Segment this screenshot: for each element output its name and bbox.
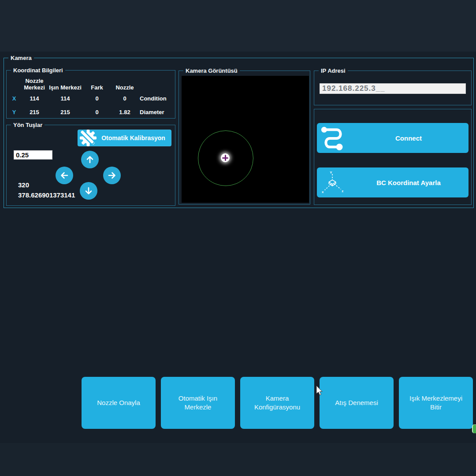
- otomatik-isin-merkezle-button[interactable]: Otomatik Işın Merkezle: [161, 377, 235, 429]
- isik-merkezlemeyi-bitir-label: Işık Merkezlemeyi Bitir: [406, 394, 466, 412]
- bc-koordinat-ayarla-button[interactable]: Y x z BC Koordinat Ayarla: [317, 167, 469, 197]
- coordinate-axes-icon: Y x z: [320, 170, 347, 195]
- row-x-nozzle-merkezi: 114: [20, 92, 49, 105]
- jog-down-button[interactable]: [80, 182, 97, 200]
- green-accent-fragment: [472, 424, 476, 433]
- header-spacer: [137, 73, 173, 92]
- ip-adresi-group: IP Adresi: [314, 71, 472, 105]
- kamera-konfigurasyonu-button[interactable]: Kamera Konfigürasyonu: [240, 377, 314, 429]
- connect-button[interactable]: Connect: [317, 123, 469, 153]
- kamera-goruntusu-group: Kamera Görüntüsü: [178, 71, 310, 205]
- nozzle-onayla-button[interactable]: Nozzle Onayla: [82, 377, 156, 429]
- coordinate-value-2: 378.626901373141: [18, 191, 75, 199]
- row-x-nozzle: 0: [112, 92, 137, 105]
- bottom-band: [0, 443, 476, 476]
- kamera-goruntusu-label: Kamera Görüntüsü: [183, 67, 240, 74]
- route-path-icon: [320, 125, 347, 151]
- header-nozzle: Nozzle: [112, 73, 137, 92]
- otomatik-isin-merkezle-label: Otomatik Işın Merkezle: [168, 394, 228, 412]
- top-band: [0, 0, 476, 52]
- header-spacer: [8, 73, 20, 92]
- row-x-condition-label: Condition: [137, 92, 173, 105]
- arrow-left-icon: [59, 170, 70, 181]
- row-x-axis-label: X: [8, 92, 20, 105]
- arrow-right-icon: [107, 170, 117, 181]
- row-y-diameter-label: Diameter: [137, 105, 173, 119]
- otomatik-kalibrasyon-button[interactable]: Otomatik Kalibrasyon: [78, 130, 171, 146]
- kamera-group-label: Kamera: [8, 54, 34, 62]
- camera-feed: [182, 76, 309, 203]
- yon-tuslar-label: Yön Tuşlar: [11, 121, 45, 129]
- header-isin-merkezi: Işın Merkezi: [49, 73, 82, 92]
- row-x-isin-merkezi: 114: [49, 92, 82, 105]
- row-y-fark: 0: [82, 105, 112, 119]
- ip-address-input[interactable]: [320, 83, 466, 94]
- yon-tuslar-group: Yön Tuşlar Otomatik Kalibrasyon: [6, 125, 175, 206]
- nozzle-onayla-label: Nozzle Onayla: [97, 398, 140, 407]
- step-size-input[interactable]: [14, 150, 52, 160]
- laser-spot-marker: [221, 153, 230, 162]
- row-y-isin-merkezi: 215: [49, 105, 82, 119]
- atis-denemesi-button[interactable]: Atış Denemesi: [320, 377, 394, 429]
- app-window: Kamera Koordinat Bilgileri Nozzle Merkez…: [0, 0, 476, 476]
- axes-x-label: x: [322, 190, 324, 194]
- row-y-axis-label: Y: [8, 105, 20, 119]
- header-fark: Fark: [82, 73, 112, 92]
- row-x-fark: 0: [82, 92, 112, 105]
- isik-merkezlemeyi-bitir-button[interactable]: Işık Merkezlemeyi Bitir: [399, 377, 473, 429]
- header-nozzle-merkezi: Nozzle Merkezi: [20, 73, 49, 92]
- koordinat-table: Nozzle Merkezi Işın Merkezi Fark Nozzle …: [8, 73, 173, 119]
- ip-adresi-label: IP Adresi: [319, 67, 348, 74]
- jog-right-button[interactable]: [103, 167, 121, 184]
- connection-panel: Connect Y x z BC Koordinat Ayarla: [314, 109, 472, 205]
- coordinate-value-1: 320: [18, 181, 29, 189]
- row-y-nozzle: 1.82: [112, 105, 137, 119]
- gear-wrench-icon: [78, 127, 99, 149]
- kamera-konfigurasyonu-label: Kamera Konfigürasyonu: [247, 394, 307, 412]
- otomatik-kalibrasyon-label: Otomatik Kalibrasyon: [101, 134, 165, 141]
- connect-button-label: Connect: [351, 134, 466, 142]
- jog-up-button[interactable]: [81, 151, 99, 168]
- axes-y-label: Y: [330, 171, 332, 175]
- arrow-up-icon: [85, 154, 95, 165]
- bc-koordinat-label: BC Koordinat Ayarla: [351, 179, 466, 186]
- axes-z-label: z: [342, 189, 343, 193]
- jog-left-button[interactable]: [56, 167, 73, 184]
- atis-denemesi-label: Atış Denemesi: [335, 398, 378, 407]
- koordinat-bilgileri-group: Koordinat Bilgileri Nozzle Merkezi Işın …: [6, 70, 175, 119]
- bottom-button-row: Nozzle Onayla Otomatik Işın Merkezle Kam…: [82, 377, 473, 429]
- row-y-nozzle-merkezi: 215: [20, 105, 49, 119]
- arrow-down-icon: [83, 186, 94, 196]
